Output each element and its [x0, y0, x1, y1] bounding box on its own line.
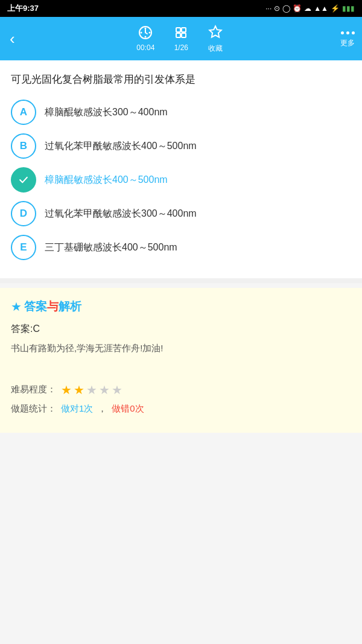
navbar: ‹ 00:04	[0, 17, 362, 60]
answer-title-text: 答案与解析	[24, 299, 81, 314]
back-button[interactable]: ‹	[5, 27, 20, 50]
answer-section: ★ 答案与解析 答案:C 书山有路勤为径,学海无涯苦作舟!加油!	[0, 288, 362, 383]
option-d-text: 过氧化苯甲酰敏感波长300～400nm	[45, 206, 197, 221]
star-icon	[208, 24, 223, 42]
option-b[interactable]: B 过氧化苯甲酰敏感波长400～500nm	[11, 133, 351, 159]
star-1: ★	[61, 383, 72, 397]
answer-title: ★ 答案与解析	[11, 299, 351, 314]
answer-char1: 答案	[24, 300, 47, 313]
option-d-circle: D	[11, 201, 36, 226]
option-e[interactable]: E 三丁基硼敏感波长400～500nm	[11, 235, 351, 260]
stats-comma: ，	[98, 403, 107, 415]
collect-label: 收藏	[208, 43, 223, 54]
svg-rect-10	[182, 33, 186, 37]
alarm-icon: ⏰	[293, 4, 302, 13]
difficulty-row: 难易程度： ★ ★ ★ ★ ★	[11, 383, 351, 397]
more-label: 更多	[340, 38, 355, 48]
signal-dots-icon: ···	[265, 4, 272, 13]
option-a-circle: A	[11, 100, 36, 125]
svg-rect-8	[182, 28, 186, 32]
question-section: 可见光固化复合树脂最常用的引发体系是 A 樟脑醌敏感波长300～400nm B …	[0, 60, 362, 278]
more-icon	[341, 29, 355, 37]
answer-star-icon: ★	[11, 299, 22, 314]
answer-char2: 与	[47, 300, 59, 313]
option-a-text: 樟脑醌敏感波长300～400nm	[45, 105, 168, 120]
meta-section: 难易程度： ★ ★ ★ ★ ★ 做题统计： 做对1次 ， 做错0次	[0, 383, 362, 433]
svg-point-5	[141, 32, 142, 34]
stats-label: 做题统计：	[11, 403, 56, 415]
more-nav-item[interactable]: 更多	[340, 29, 355, 48]
answer-char3: 解析	[59, 300, 81, 313]
option-c[interactable]: 樟脑醌敏感波长400～500nm	[11, 167, 351, 193]
navbar-center: 00:04 1/26 收藏	[20, 24, 340, 54]
grid-icon	[174, 25, 188, 42]
option-b-text: 过氧化苯甲酰敏感波长400～500nm	[45, 139, 197, 153]
timer-nav-item: 00:04	[136, 25, 154, 52]
option-a[interactable]: A 樟脑醌敏感波长300～400nm	[11, 100, 351, 125]
circle-icon: ◯	[282, 4, 290, 13]
progress-label: 1/26	[174, 43, 188, 52]
collect-nav-item[interactable]: 收藏	[208, 24, 223, 54]
progress-nav-item: 1/26	[174, 25, 188, 52]
stats-row: 做题统计： 做对1次 ， 做错0次	[11, 403, 351, 415]
option-e-text: 三丁基硼敏感波长400～500nm	[45, 240, 177, 255]
timer-label: 00:04	[136, 43, 154, 52]
signal-icon: ▲▲	[314, 4, 328, 13]
back-icon: ‹	[10, 30, 15, 48]
svg-point-6	[145, 36, 147, 38]
question-text: 可见光固化复合树脂最常用的引发体系是	[11, 71, 351, 88]
option-d[interactable]: D 过氧化苯甲酰敏感波长300～400nm	[11, 201, 351, 226]
star-3: ★	[86, 383, 97, 397]
svg-rect-9	[176, 33, 180, 37]
svg-line-2	[145, 33, 147, 34]
svg-point-3	[145, 28, 147, 30]
answer-quote: 书山有路勤为径,学海无涯苦作舟!加油!	[11, 340, 351, 356]
svg-point-4	[149, 32, 151, 34]
battery-icon: ▮▮▮	[342, 4, 355, 13]
option-b-circle: B	[11, 133, 36, 159]
charging-icon: ⚡	[331, 4, 340, 13]
options-list: A 樟脑醌敏感波长300～400nm B 过氧化苯甲酰敏感波长400～500nm…	[11, 100, 351, 271]
option-c-text: 樟脑醌敏感波长400～500nm	[45, 173, 168, 187]
svg-marker-11	[210, 26, 222, 37]
clock-icon	[138, 25, 153, 42]
answer-result: 答案:C	[11, 323, 351, 336]
stats-error: 做错0次	[112, 403, 144, 415]
stats-correct: 做对1次	[61, 403, 93, 415]
divider-1	[0, 278, 362, 283]
option-c-circle	[11, 167, 36, 193]
status-time: 上午9:37	[7, 3, 39, 14]
difficulty-label: 难易程度：	[11, 384, 56, 395]
difficulty-stars: ★ ★ ★ ★ ★	[61, 383, 122, 397]
status-bar: 上午9:37 ··· ⊙ ◯ ⏰ ☁ ▲▲ ⚡ ▮▮▮	[0, 0, 362, 17]
wifi-icon: ☁	[304, 4, 311, 13]
svg-rect-7	[176, 28, 180, 32]
option-e-circle: E	[11, 235, 36, 260]
star-4: ★	[99, 383, 110, 397]
status-icons: ··· ⊙ ◯ ⏰ ☁ ▲▲ ⚡ ▮▮▮	[265, 4, 355, 13]
star-2: ★	[74, 383, 84, 397]
star-5: ★	[112, 383, 122, 397]
fingerprint-icon: ⊙	[274, 4, 280, 13]
